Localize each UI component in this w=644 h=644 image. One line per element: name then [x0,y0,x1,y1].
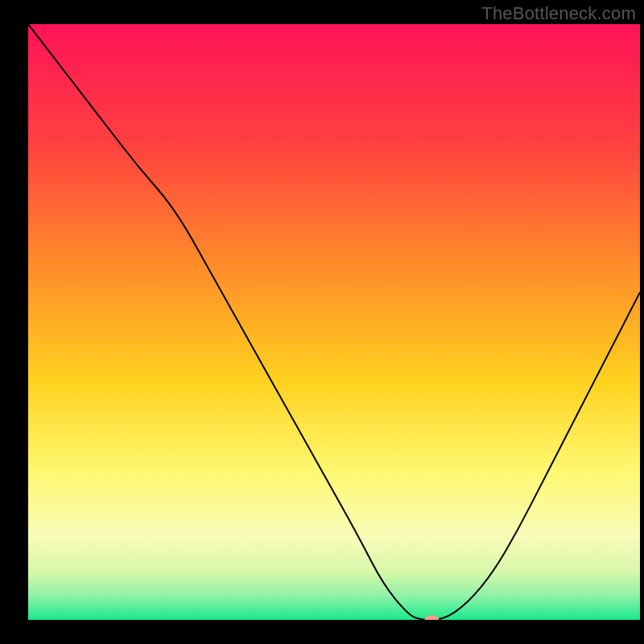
watermark-text: TheBottleneck.com [481,3,636,24]
optimal-marker [425,615,440,625]
plot-background [28,24,640,620]
bottleneck-chart [0,0,644,644]
chart-frame: TheBottleneck.com [0,0,644,644]
